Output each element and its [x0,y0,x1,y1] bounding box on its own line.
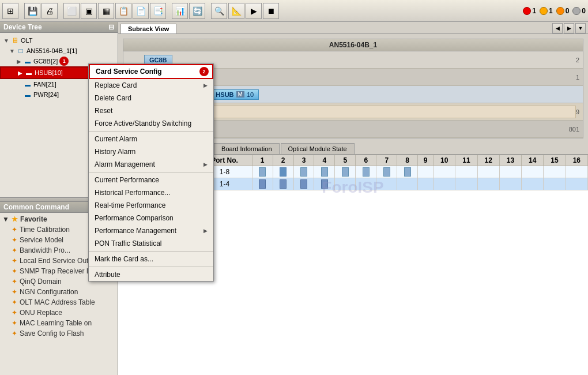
toolbar-btn-3[interactable]: ▦ [98,3,114,19]
toolbar-btn-home[interactable]: ⊞ [2,3,18,19]
td-gc8b-p4 [314,166,335,178]
cmd-label-8: OLT MAC Address Table [20,298,95,306]
cmd-onu-replace[interactable]: ✦ ONU Replace [0,308,118,318]
td-hsub-p15 [544,178,566,190]
th-port-4: 4 [314,155,335,166]
menu-replace-card[interactable]: Replace Card ▶ [89,79,213,92]
slot-num-e1: 1 [576,74,579,81]
menu-reset[interactable]: Reset [89,104,213,117]
menu-label-realtime-perf: Real-time Performance [95,201,165,209]
device-icon-an5516: □ [16,46,25,55]
toolbar-btn-4[interactable]: 📋 [115,3,131,19]
cmd-olt-mac[interactable]: ✦ OLT MAC Address Table [0,297,118,308]
menu-label-attribute: Attribute [95,271,120,279]
td-gc8b-p13 [499,166,521,178]
menu-attribute[interactable]: Attribute [89,268,213,281]
expand-icon-gc8b[interactable]: ▶ [15,58,23,65]
cmd-ngn[interactable]: ✦ NGN Configuration [0,287,118,297]
menu-sep-1 [89,131,213,132]
th-port-7: 7 [376,155,397,166]
menu-realtime-perf[interactable]: Real-time Performance [89,199,213,212]
tree-label-fan: FAN[21] [33,81,56,88]
td-gc8b-p6 [356,166,376,178]
toolbar-btn-play[interactable]: ▶ [246,3,262,19]
toolbar-btn-6[interactable]: 📑 [150,3,166,19]
td-hsub-p13 [499,178,521,190]
toolbar-btn-stop[interactable]: ⏹ [263,3,279,19]
expand-icon[interactable]: ▼ [2,38,10,44]
tab-nav-right[interactable]: ▶ [564,23,574,33]
card-icon-fan: ▬ [23,80,32,89]
status-light-orange: 0 [556,7,570,15]
th-port-8: 8 [397,155,418,166]
cmd-mac-learning[interactable]: ✦ MAC Learning Table on [0,318,118,328]
menu-force-switch[interactable]: Force Active/Standby Switching [89,117,213,130]
tree-label-olt: OLT [21,37,33,44]
td-hsub-p12 [477,178,499,190]
toolbar-btn-7[interactable]: 📊 [172,3,188,19]
toolbar-btn-print[interactable]: 🖨 [42,3,58,19]
cmd-save-config[interactable]: ✦ Save Config to Flash [0,328,118,339]
td-hsub-p3 [293,178,314,190]
toolbar-btn-1[interactable]: ⬜ [63,3,80,19]
tab-subrack-view[interactable]: Subrack View [120,24,176,33]
menu-pon-traffic[interactable]: PON Traffic Statistical [89,237,213,250]
menu-current-perf[interactable]: Current Performance [89,174,213,186]
tab-nav-buttons: ◀ ▶ ▼ [552,23,586,33]
td-hsub-p14 [522,178,544,190]
tab-board-information[interactable]: Board Information [214,143,279,154]
toolbar-btn-save[interactable]: 💾 [24,3,40,19]
tree-item-olt[interactable]: ▼ 🖥 OLT [0,35,118,46]
td-hsub-p16 [566,178,587,190]
tab-nav-left[interactable]: ◀ [552,23,563,33]
td-hsub-p8 [397,178,418,190]
td-gc8b-p15 [544,166,566,178]
blue-light [572,7,581,15]
toolbar-btn-8[interactable]: 🔄 [189,3,205,19]
menu-perf-management[interactable]: Performance Management ▶ [89,224,213,237]
menu-delete-card[interactable]: Delete Card [89,92,213,104]
card-icon-pwr: ▬ [23,90,32,99]
expand-icon-an5516[interactable]: ▼ [8,48,16,54]
td-hsub-p2 [273,178,293,190]
menu-label-perf-comparison: Performance Comparison [95,214,174,222]
tab-nav-menu[interactable]: ▼ [575,23,586,33]
step-badge-1: 1 [59,57,69,66]
toolbar-btn-ruler[interactable]: 📐 [228,3,244,19]
cmd-star-icon-5: ✦ [12,267,17,275]
td-gc8b-p2 [273,166,293,178]
menu-mark-card[interactable]: Mark the Card as... [89,253,213,265]
cmd-star-icon-7: ✦ [12,288,17,296]
red-light [523,7,531,15]
td-gc8b-p9 [418,166,434,178]
th-port-13: 13 [499,155,521,166]
menu-alarm-management[interactable]: Alarm Management ▶ [89,158,213,171]
tab-optical-module[interactable]: Optical Module State [281,143,355,154]
slot-num-tan: 9 [576,108,579,115]
toolbar-btn-5[interactable]: 📄 [133,3,149,19]
tree-item-an5516[interactable]: ▼ □ AN5516-04B_1[1] [0,46,118,56]
menu-label-alarm-mgmt: Alarm Management [95,160,155,168]
menu-historical-perf[interactable]: Historical Performance... [89,186,213,199]
td-gc8b-p16 [566,166,587,178]
toolbar-btn-zoom[interactable]: 🔍 [211,3,227,19]
th-port-1: 1 [252,155,273,166]
subrack-tab-bar: Subrack View ◀ ▶ ▼ [118,22,588,34]
expand-icon-hsub[interactable]: ▶ [16,70,24,76]
menu-perf-comparison[interactable]: Performance Comparison [89,212,213,224]
td-hsub-p4 [314,178,335,190]
th-port-2: 2 [273,155,293,166]
menu-current-alarm[interactable]: Current Alarm [89,133,213,145]
device-tree-expand-icon[interactable]: ⊟ [108,23,114,31]
menu-label-mark-card: Mark the Card as... [95,255,153,263]
menu-label-historical-perf: Historical Performance... [95,189,170,197]
menu-label-force: Force Active/Standby Switching [95,119,191,127]
menu-history-alarm[interactable]: History Alarm [89,145,213,158]
context-menu: Card Service Config 2 Replace Card ▶ Del… [88,63,214,282]
menu-sep-4 [89,267,213,267]
menu-card-service-config[interactable]: Card Service Config 2 [89,64,213,79]
td-gc8b-p5 [335,166,356,178]
th-port-12: 12 [477,155,499,166]
toolbar-btn-2[interactable]: ▣ [81,3,97,19]
status-light-red: 1 [523,7,536,15]
